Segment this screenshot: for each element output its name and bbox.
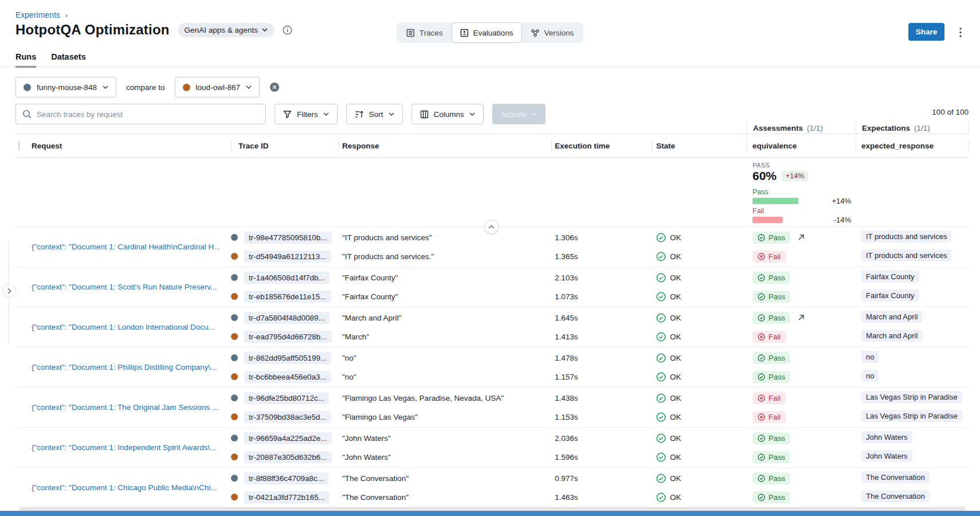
info-icon[interactable]	[283, 25, 292, 35]
run-selector-b[interactable]: loud-owl-867	[175, 77, 260, 97]
trace-id-chip[interactable]: tr-bc6bbeea456e0a3...	[244, 371, 331, 383]
ok-check-icon	[656, 393, 666, 403]
assessment-pass-badge[interactable]: Pass	[752, 451, 790, 463]
tab-runs[interactable]: Runs	[15, 52, 36, 68]
share-button[interactable]: Share	[908, 23, 944, 41]
trace-id-chip[interactable]: tr-37509bd38ac3e5d...	[244, 411, 331, 423]
trace-id-cell: tr-98e47785095810b...	[231, 232, 338, 244]
trace-row: tr-d54949a61212113..."IT products and se…	[231, 248, 969, 264]
trace-id-chip[interactable]: tr-ead795d4d66728b...	[244, 331, 332, 343]
assessment-pass-badge[interactable]: Pass	[752, 352, 790, 364]
column-header-request[interactable]: Request	[32, 142, 231, 150]
trace-id-cell: tr-37509bd38ac3e5d...	[231, 411, 338, 423]
overflow-menu-button[interactable]	[955, 26, 966, 38]
request-link[interactable]: {"context": "Document 1: Independent Spi…	[32, 443, 217, 452]
assessment-fail-badge[interactable]: Fail	[752, 331, 786, 343]
main-tabs: Runs Datasets	[15, 52, 86, 68]
open-trace-arrow-icon[interactable]	[797, 233, 805, 241]
collapse-summary-button[interactable]	[484, 220, 499, 234]
trace-id-chip[interactable]: tr-d7a5804f48d0089...	[244, 312, 330, 324]
tab-datasets[interactable]: Datasets	[51, 52, 85, 68]
assessment-label: Pass	[769, 474, 785, 483]
run-color-dot	[231, 413, 238, 420]
table-body: {"context": "Document 1: Cardinal Health…	[15, 226, 969, 507]
actions-button[interactable]: Actions	[492, 104, 546, 124]
filters-button[interactable]: Filters	[275, 104, 338, 124]
trace-id-chip[interactable]: tr-862dd95aff505199...	[244, 352, 331, 364]
table-row-group: {"context": "Document 1: Scott's Run Nat…	[15, 267, 969, 307]
breadcrumb-experiments-link[interactable]: Experiments	[15, 10, 60, 19]
trace-id-chip[interactable]: tr-d54949a61212113...	[244, 251, 331, 263]
equivalence-cell: Pass	[747, 451, 856, 463]
column-header-response[interactable]: Response	[338, 134, 551, 157]
trace-id-chip[interactable]: tr-98e47785095810b...	[244, 232, 332, 244]
tab-evaluations[interactable]: Evaluations	[452, 22, 522, 43]
ok-check-icon	[656, 412, 666, 422]
trace-id-cell: tr-1a406508d14f7db...	[231, 272, 338, 284]
assessment-pass-badge[interactable]: Pass	[752, 371, 790, 383]
trace-row: tr-bc6bbeea456e0a3..."no"1.157sOKPassno	[231, 369, 969, 385]
state-label: OK	[670, 373, 681, 381]
assessment-pass-badge[interactable]: Pass	[752, 432, 790, 444]
assessment-fail-badge[interactable]: Fail	[752, 251, 786, 263]
trace-id-chip[interactable]: tr-eb185676de11e15...	[244, 291, 331, 303]
columns-button[interactable]: Columns	[411, 104, 484, 124]
trace-id-chip[interactable]: tr-8f88ff36c4709a8c...	[244, 472, 328, 484]
request-cell: {"context": "Document 1: Independent Spi…	[15, 428, 231, 467]
assessment-pass-badge[interactable]: Pass	[752, 312, 790, 324]
pass-check-icon	[758, 274, 765, 282]
assessment-fail-badge[interactable]: Fail	[752, 411, 786, 423]
expand-panel-button[interactable]	[2, 284, 16, 298]
trace-id-chip[interactable]: tr-1a406508d14f7db...	[244, 272, 330, 284]
run-selector-a[interactable]: funny-mouse-848	[15, 77, 116, 97]
select-all-checkbox[interactable]	[18, 141, 19, 151]
column-header-trace-id[interactable]: Trace ID	[231, 134, 338, 157]
trace-id-chip[interactable]: tr-96659a4a225ad2e...	[244, 432, 332, 444]
ok-check-icon	[656, 474, 666, 483]
assessment-fail-badge[interactable]: Fail	[752, 392, 786, 404]
trace-id-chip[interactable]: tr-20887e305d632b6...	[244, 451, 332, 463]
trace-id-chip[interactable]: tr-0421a3fd772b165...	[244, 491, 330, 503]
sort-button[interactable]: Sort	[346, 104, 403, 124]
assessment-pass-badge[interactable]: Pass	[752, 491, 790, 503]
request-link[interactable]: {"context": "Document 1: London Internat…	[32, 323, 215, 331]
expectations-label: Expectations	[862, 124, 910, 132]
column-header-state[interactable]: State	[652, 134, 747, 157]
expected-response-chip: no	[861, 351, 879, 363]
expected-response-chip: John Waters	[861, 450, 912, 462]
remove-compare-button[interactable]	[269, 82, 280, 92]
column-header-execution-time[interactable]: Execution time	[551, 134, 652, 157]
request-link[interactable]: {"context": "Document 1: Phillips Distil…	[32, 363, 217, 372]
trace-id-cell: tr-ead795d4d66728b...	[231, 331, 338, 343]
column-header-equivalence[interactable]: equivalence	[747, 134, 856, 157]
state-label: OK	[670, 493, 681, 502]
assessment-pass-badge[interactable]: Pass	[752, 232, 790, 244]
request-link[interactable]: {"context": "Document 1: Cardinal Health…	[32, 243, 221, 251]
request-cell: {"context": "Document 1: The Original Ja…	[15, 388, 231, 427]
chevron-down-icon	[262, 28, 268, 32]
execution-time-cell: 1.438s	[551, 394, 652, 402]
result-count: 100 of 100	[932, 108, 969, 116]
tab-versions[interactable]: Versions	[522, 22, 582, 43]
assessment-pass-badge[interactable]: Pass	[752, 291, 790, 303]
search-input[interactable]	[37, 110, 259, 119]
assessment-pass-badge[interactable]: Pass	[752, 272, 790, 284]
equivalence-cell: Pass	[747, 371, 856, 383]
open-trace-arrow-icon[interactable]	[797, 314, 805, 322]
assessment-pass-badge[interactable]: Pass	[752, 472, 790, 484]
equivalence-cell: Fail	[747, 331, 856, 343]
response-cell: "no"	[338, 354, 551, 362]
tab-traces[interactable]: Traces	[398, 22, 452, 43]
request-link[interactable]: {"context": "Document 1: The Original Ja…	[32, 403, 218, 412]
request-link[interactable]: {"context": "Document 1: Chicago Public …	[32, 483, 217, 492]
pass-check-icon	[758, 314, 765, 322]
expectations-count: (1/1)	[914, 124, 930, 132]
summary-row: PASS 60% +14% Pass +14% Fail -14%	[15, 158, 969, 226]
state-label: OK	[670, 394, 681, 402]
trace-id-chip[interactable]: tr-96dfe25bd80712c...	[244, 392, 329, 404]
chevron-down-icon	[103, 85, 108, 89]
request-link[interactable]: {"context": "Document 1: Scott's Run Nat…	[32, 283, 217, 291]
category-badge[interactable]: GenAI apps & agents	[178, 23, 275, 37]
column-header-expected-response[interactable]: expected_response	[856, 134, 969, 157]
fail-x-icon	[758, 253, 765, 260]
